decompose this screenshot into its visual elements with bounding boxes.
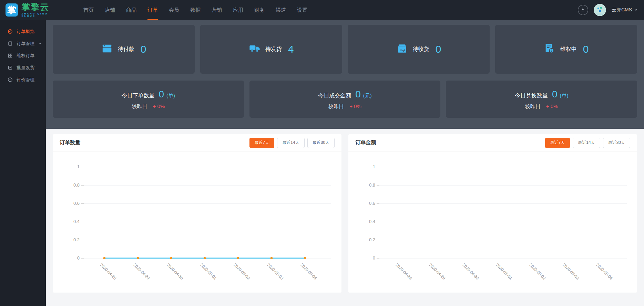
y-axis-tick-label: 0.4 [348,219,375,224]
gridline [379,203,627,204]
nav-item-marketing[interactable]: 营销 [206,0,227,20]
axis-tick [377,167,379,167]
compare-label: 较昨日 [328,103,344,110]
nav-item-orders[interactable]: 订单 [142,0,163,20]
stat-value: 0 [583,43,589,55]
gridline [379,185,627,186]
chart-panel-order-amount: 订单金额 最近7天最近14天最近30天 10.80.60.40.202020-0… [348,134,637,293]
sidebar-item-label: 评价管理 [17,77,34,83]
summary-card-today-exchanges: 今日兑换数量 0 (单) 较昨日 + 0% [446,81,637,118]
axis-tick [377,240,379,240]
axis-tick [377,258,379,258]
nav-item-apps[interactable]: 应用 [227,0,249,20]
sidebar-item-order-overview[interactable]: 订单概览 [0,25,46,38]
chart-range-button[interactable]: 最近7天 [249,138,275,148]
pie-chart-icon [8,29,13,34]
chart-range-group: 最近7天最近14天最近30天 [545,138,630,148]
summary-card-today-orders: 今日下单数量 0 (单) 较昨日 + 0% [53,81,244,118]
nav-item-finance[interactable]: 财务 [249,0,270,20]
chart-range-button[interactable]: 最近7天 [545,138,570,148]
stat-card-pending-payment[interactable]: 待付款 0 [53,25,195,74]
wallet-icon [101,43,113,56]
checkbox-icon [8,65,13,70]
download-button[interactable] [578,5,588,15]
charts-row: 订单数量 最近7天最近14天最近30天 10.80.60.40.202020-0… [53,134,637,293]
y-axis-tick-label: 0.8 [348,182,375,188]
sidebar-item-order-management[interactable]: 订单管理 [0,38,46,50]
compare-label: 较昨日 [525,103,541,110]
gridline [379,258,627,258]
summary-label: 今日成交金额 [318,92,351,99]
nav-item-settings[interactable]: 设置 [292,0,313,20]
logo[interactable]: 掌 掌擎云 ZHANG QING CLOUD [0,3,62,17]
stat-card-pending-shipment[interactable]: 待发货 4 [200,25,342,74]
compare-label: 较昨日 [132,103,147,110]
nav-item-channels[interactable]: 渠道 [270,0,292,20]
compare-change: + 0% [349,103,361,109]
sidebar-item-dispute-orders[interactable]: 维权订单 [0,50,46,62]
axis-tick [377,185,379,186]
chart-range-button[interactable]: 最近30天 [603,138,630,148]
sidebar-item-label: 订单管理 [17,41,34,47]
sidebar-item-label: 订单概览 [17,29,34,35]
nav-item-members[interactable]: 会员 [163,0,185,20]
x-axis-tick-label: 2020-04-29 [428,262,446,281]
summary-card-row: 今日下单数量 0 (单) 较昨日 + 0% 今日成交金额 0 (元) 较昨日 +… [53,81,637,118]
y-axis-tick-label: 0.6 [348,201,375,206]
chart-range-button[interactable]: 最近30天 [307,138,335,148]
compare-change: + 0% [153,103,165,109]
gridline [379,222,627,222]
user-menu[interactable]: 云兜CMS [612,7,638,13]
data-point [270,257,273,259]
summary-label: 今日下单数量 [122,92,155,99]
summary-label: 今日兑换数量 [515,92,548,99]
nav-item-data[interactable]: 数据 [185,0,206,20]
chart-title: 订单金额 [355,139,376,146]
y-axis-tick-label: 0 [348,255,375,261]
nav-item-home[interactable]: 首页 [78,0,99,20]
logo-icon: 掌 [6,3,18,17]
main-content: 待付款 0 待发货 4 待收货 0 ? 维权中 0 今日下单数量 0 (单) 较… [46,20,644,306]
data-point [137,257,139,259]
stat-value: 0 [436,43,441,55]
data-point [103,257,105,259]
stat-label: 待付款 [118,46,134,53]
chevron-down-icon [634,7,638,13]
stat-card-in-dispute[interactable]: ? 维权中 0 [495,25,637,74]
gridline [379,167,627,167]
data-point [204,257,206,259]
chart-range-button[interactable]: 最近14天 [573,138,600,148]
y-axis-tick-label: 1 [348,164,375,169]
gridline [379,240,627,240]
document-question-icon: ? [544,43,555,56]
stat-card-pending-receipt[interactable]: 待收货 0 [348,25,490,74]
sidebar-item-batch-shipping[interactable]: 批量发货 [0,62,46,74]
logo-text: 掌擎云 ZHANG QING CLOUD [21,3,62,17]
nav-item-shop[interactable]: 店铺 [99,0,121,20]
summary-card-today-revenue: 今日成交金额 0 (元) 较昨日 + 0% [249,81,441,118]
brand-subtitle: ZHANG QING CLOUD [21,12,62,17]
avatar[interactable] [594,4,606,16]
brand-name: 掌擎云 [21,3,62,11]
nav-item-goods[interactable]: 商品 [121,0,142,20]
main-nav: 首页店铺商品订单会员数据营销应用财务渠道设置 [78,0,313,20]
box-check-icon [396,43,408,56]
data-point [170,257,172,259]
summary-value: 0 [159,89,164,100]
stat-label: 待收货 [413,46,429,53]
caret-down-icon [39,42,42,45]
sidebar-item-review-management[interactable]: 评价管理 [0,74,46,86]
chart-panel-order-count: 订单数量 最近7天最近14天最近30天 10.80.60.40.202020-0… [53,134,341,293]
avatar-icon [594,11,606,16]
download-icon [580,7,585,13]
x-axis-tick-label: 2020-05-02 [528,262,546,281]
app-root: 掌 掌擎云 ZHANG QING CLOUD 首页店铺商品订单会员数据营销应用财… [0,0,644,306]
chart-range-button[interactable]: 最近14天 [277,138,304,148]
document-icon [8,41,13,46]
stat-value: 4 [288,43,294,55]
stat-label: 待发货 [265,46,282,53]
data-point [237,257,239,259]
comment-icon [8,77,13,82]
x-axis-tick-label: 2020-05-03 [562,262,580,281]
chart-series-layer [53,151,341,291]
